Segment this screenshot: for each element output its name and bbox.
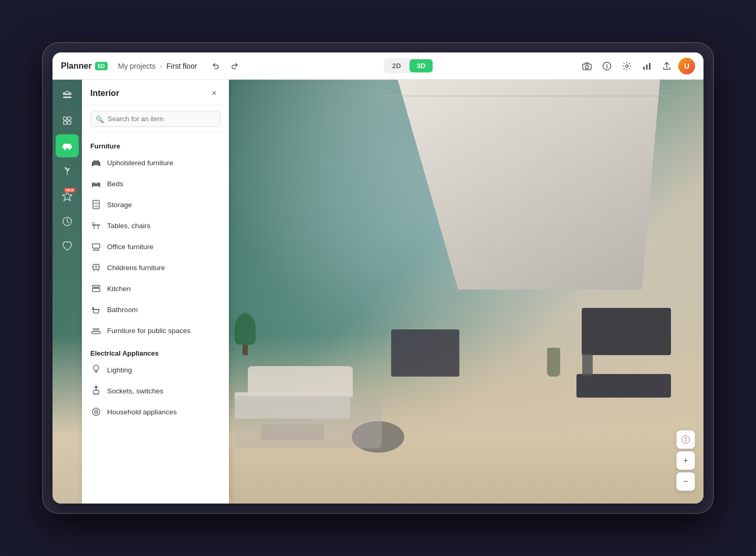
svg-rect-27 (99, 186, 100, 187)
redo-button[interactable] (226, 58, 243, 74)
svg-marker-17 (62, 191, 72, 201)
sidebar-favorites-btn[interactable] (56, 235, 79, 258)
svg-rect-25 (97, 183, 100, 184)
compass-button[interactable] (676, 430, 695, 449)
svg-point-50 (97, 286, 98, 287)
svg-rect-15 (64, 148, 66, 150)
tables-chairs-label: Tables, chairs (107, 222, 151, 230)
panel-title: Interior (90, 89, 119, 98)
info-button[interactable] (598, 58, 615, 74)
svg-rect-26 (92, 186, 93, 187)
furniture-category-header: Furniture (82, 138, 229, 152)
public-spaces-item[interactable]: Furniture for public spaces (82, 320, 229, 341)
left-sidebar: NEW (52, 80, 82, 504)
lighting-item[interactable]: Lighting (82, 359, 229, 380)
storage-item[interactable]: Storage (82, 194, 229, 215)
tv-stand (576, 374, 671, 398)
upholstered-furniture-label: Upholstered furniture (107, 159, 173, 167)
lighting-icon (90, 364, 102, 376)
search-input[interactable] (90, 111, 220, 127)
rug (235, 396, 382, 448)
svg-rect-6 (649, 63, 650, 70)
undo-button[interactable] (207, 58, 224, 74)
sidebar-new-btn[interactable]: NEW (56, 185, 79, 208)
childrens-furniture-item[interactable]: Childrens furniture (82, 257, 229, 278)
public-spaces-label: Furniture for public spaces (107, 327, 191, 335)
vase-1 (547, 348, 560, 377)
stats-button[interactable] (638, 58, 655, 74)
svg-rect-14 (64, 144, 71, 146)
svg-rect-22 (99, 162, 100, 166)
view-3d-button[interactable]: 3D (410, 59, 433, 72)
svg-rect-12 (68, 121, 71, 124)
svg-rect-11 (64, 121, 67, 124)
plant (235, 313, 256, 355)
svg-rect-4 (643, 67, 645, 70)
bathroom-item[interactable]: Bathroom (82, 299, 229, 320)
svg-rect-37 (92, 244, 100, 248)
svg-rect-60 (93, 390, 99, 394)
tv-screen (582, 308, 671, 355)
camera-button[interactable] (579, 58, 595, 74)
panel-close-button[interactable]: × (208, 87, 220, 100)
public-spaces-icon (90, 325, 102, 336)
svg-rect-20 (93, 161, 99, 163)
svg-rect-52 (92, 332, 100, 334)
logo-area: Planner 5D (61, 61, 108, 71)
panel-header: Interior × (82, 80, 229, 105)
sockets-icon (90, 385, 102, 397)
bathroom-label: Bathroom (107, 306, 138, 314)
kitchen-icon (90, 283, 102, 294)
svg-point-1 (585, 66, 589, 69)
upholstered-furniture-item[interactable]: Upholstered furniture (82, 152, 229, 173)
svg-rect-7 (63, 97, 71, 98)
sidebar-floors-btn[interactable] (56, 84, 79, 107)
svg-rect-8 (63, 93, 71, 95)
upholstered-icon (90, 157, 102, 168)
my-projects-link[interactable]: My projects (118, 62, 156, 70)
office-furniture-item[interactable]: Office furniture (82, 236, 229, 257)
sidebar-furniture-btn[interactable] (56, 134, 79, 157)
childrens-furniture-icon (90, 262, 102, 273)
view-2d-button[interactable]: 2D (385, 59, 408, 72)
interior-panel: Interior × 🔍 Furniture (82, 80, 229, 504)
kitchen-item[interactable]: Kitchen (82, 278, 229, 299)
logo-badge: 5D (95, 62, 108, 70)
search-container: 🔍 (82, 105, 229, 133)
right-toolbar: U (579, 58, 695, 74)
svg-rect-10 (68, 117, 71, 120)
view-toggle: 2D 3D (384, 58, 434, 73)
tables-chairs-item[interactable]: Tables, chairs (82, 215, 229, 236)
sidebar-structure-btn[interactable] (56, 109, 79, 132)
map-controls: + − (676, 430, 695, 491)
new-badge: NEW (64, 188, 76, 193)
storage-label: Storage (107, 201, 132, 209)
household-appliances-item[interactable]: Household appliances (82, 401, 229, 422)
logo-text: Planner (61, 61, 92, 71)
settings-button[interactable] (618, 58, 635, 74)
childrens-furniture-label: Childrens furniture (107, 264, 165, 272)
sidebar-clock-btn[interactable] (56, 210, 79, 233)
beds-icon (90, 178, 102, 189)
zoom-in-button[interactable]: + (676, 451, 695, 470)
sideboard (391, 329, 459, 377)
topbar: Planner 5D My projects › First floor (52, 52, 704, 80)
tables-chairs-icon (90, 220, 102, 231)
office-furniture-icon (90, 241, 102, 252)
svg-rect-9 (64, 117, 67, 120)
share-button[interactable] (658, 58, 675, 74)
svg-rect-5 (646, 65, 648, 70)
avatar[interactable]: U (678, 58, 695, 74)
storage-icon (90, 199, 102, 210)
sockets-item[interactable]: Sockets, switches (82, 380, 229, 401)
sidebar-plants-btn[interactable] (56, 159, 79, 183)
search-wrapper: 🔍 (90, 111, 220, 127)
svg-point-48 (94, 286, 95, 287)
vase-2 (582, 353, 593, 377)
main-content: NEW Interior × (52, 80, 704, 504)
svg-rect-24 (92, 183, 96, 184)
svg-marker-65 (685, 436, 687, 440)
beds-item[interactable]: Beds (82, 173, 229, 194)
zoom-out-button[interactable]: − (676, 472, 695, 491)
app-window: Planner 5D My projects › First floor (52, 52, 704, 504)
